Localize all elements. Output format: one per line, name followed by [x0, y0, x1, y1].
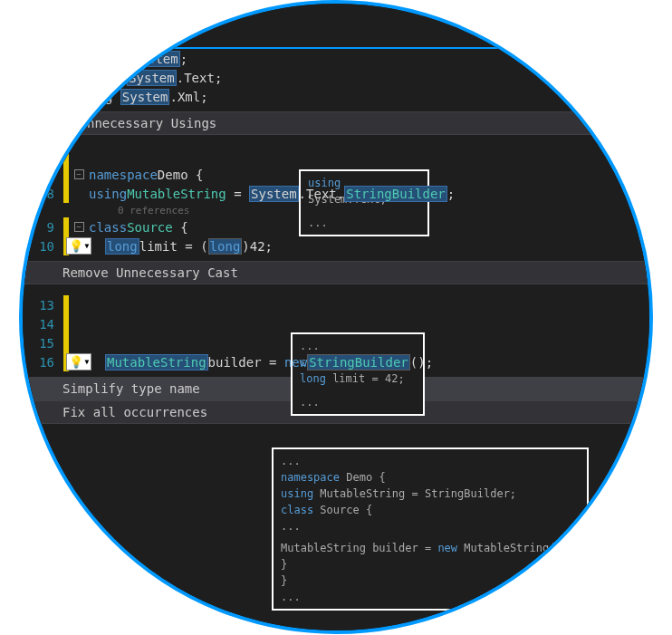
quickfix-remove-cast[interactable]: Remove Unnecessary Cast: [23, 261, 649, 284]
circle-viewport: 1 using System; 2 using System.Text; 3 💡…: [19, 0, 653, 634]
chevron-down-icon: ▼: [85, 358, 90, 366]
change-marker: [63, 68, 69, 87]
chevron-down-icon: ▼: [85, 242, 90, 250]
code-line[interactable]: 9 − class Source {: [23, 217, 649, 236]
code-line[interactable]: 3 💡 ▼ g System.Xml;: [23, 87, 649, 106]
codelens-row[interactable]: 0 references: [23, 203, 649, 217]
tab-bar: [23, 4, 649, 49]
line-number: 7: [23, 168, 63, 182]
code-text: g System.Xml;: [105, 89, 208, 105]
code-line[interactable]: 10 💡 ▼ long limit = (long)42;: [23, 236, 649, 255]
fold-gutter: 💡 ▼: [69, 353, 89, 370]
preview-box: ... namespace Demo { using MutableString…: [272, 447, 589, 611]
line-number: 9: [23, 220, 63, 235]
line-number: 2: [23, 71, 63, 85]
reference-count[interactable]: 0 references: [118, 205, 189, 216]
code-text: using System.Text;: [89, 70, 222, 86]
line-number: 16: [23, 355, 63, 370]
code-line[interactable]: 13: [23, 295, 649, 314]
fold-collapse-icon[interactable]: −: [74, 222, 84, 232]
line-number: 6: [23, 149, 63, 163]
code-line[interactable]: 14: [23, 314, 649, 333]
code-editor: 1 using System; 2 using System.Text; 3 💡…: [23, 4, 649, 630]
change-marker: [63, 333, 69, 352]
code-text: using System;: [89, 51, 187, 67]
code-area[interactable]: 1 using System; 2 using System.Text; 3 💡…: [23, 49, 649, 424]
line-number: 13: [23, 298, 63, 313]
code-line[interactable]: 16 💡 ▼ MutableString builder = new Strin…: [23, 352, 649, 371]
change-marker: [63, 146, 69, 165]
code-text: using MutableString = System.Text.String…: [89, 186, 455, 202]
line-number: 1: [23, 52, 63, 66]
line-number: 15: [23, 336, 63, 351]
fold-gutter: 💡 ▼: [69, 88, 89, 105]
code-text: class Source {: [89, 220, 188, 235]
lightbulb-icon: 💡: [69, 355, 83, 369]
chevron-down-icon: ▼: [85, 92, 90, 101]
line-number: 3: [23, 90, 63, 104]
lightbulb-button[interactable]: 💡 ▼: [66, 237, 92, 255]
fold-collapse-icon[interactable]: −: [74, 169, 84, 179]
change-marker: [63, 49, 69, 68]
code-text: long limit = (long)42;: [105, 238, 273, 255]
code-line[interactable]: 15: [23, 333, 649, 352]
fold-gutter[interactable]: −: [69, 222, 89, 232]
quickfix-remove-usings[interactable]: emove Unnecessary Usings: [23, 111, 649, 135]
code-line[interactable]: 8 using MutableString = System.Text.Stri…: [23, 184, 649, 203]
change-marker: [63, 314, 69, 333]
change-marker: [63, 87, 69, 106]
code-line[interactable]: 1 using System;: [23, 49, 649, 68]
change-marker: [63, 295, 69, 314]
line-number: 14: [23, 317, 63, 332]
code-line[interactable]: 2 using System.Text;: [23, 68, 649, 87]
code-text: namespace Demo {: [89, 168, 203, 182]
lightbulb-icon: 💡: [69, 239, 83, 253]
fold-gutter: 💡 ▼: [69, 237, 89, 255]
lightbulb-icon: 💡: [69, 90, 83, 103]
lightbulb-button[interactable]: 💡 ▼: [66, 88, 92, 105]
code-line[interactable]: 6: [23, 146, 649, 165]
code-line[interactable]: 7 − namespace Demo {: [23, 165, 649, 184]
line-number: 10: [23, 239, 63, 254]
lightbulb-button[interactable]: 💡 ▼: [66, 353, 92, 370]
fold-gutter[interactable]: −: [69, 169, 89, 179]
code-text: MutableString builder = new StringBuilde…: [105, 354, 433, 370]
line-number: 8: [23, 187, 63, 201]
